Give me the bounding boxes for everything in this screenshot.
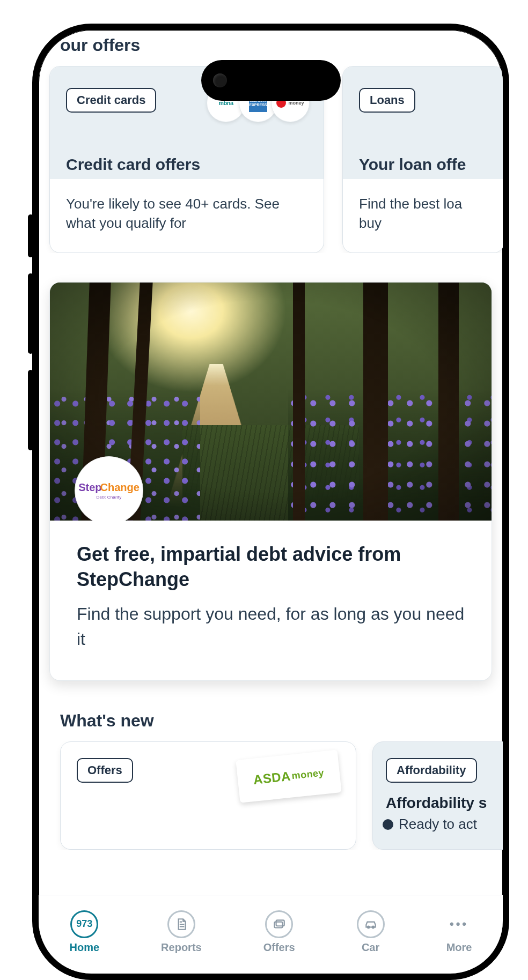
- offer-card-loans[interactable]: Loans Your loan offe Find the best loa b…: [342, 66, 503, 253]
- more-icon: •••: [450, 910, 468, 938]
- section-title-whats-new: What's new: [60, 711, 503, 731]
- tab-home-label: Home: [70, 941, 100, 954]
- hero-image-forest: StepChange Debt Charity: [50, 283, 492, 521]
- hero-title: Get free, impartial debt advice from Ste…: [77, 542, 465, 592]
- asda-text: ASDA: [253, 769, 292, 788]
- tab-reports[interactable]: Reports: [161, 910, 202, 954]
- affordability-title: Affordability s: [386, 795, 503, 812]
- tab-reports-label: Reports: [161, 941, 202, 954]
- tab-offers-label: Offers: [263, 941, 295, 954]
- offer-body-loans: Find the best loa buy: [343, 179, 503, 253]
- tab-car-label: Car: [362, 941, 379, 954]
- offer-title-credit: Credit card offers: [66, 155, 307, 174]
- asda-money-logo-icon: ASDAmoney: [236, 749, 341, 803]
- stepchange-logo-icon: StepChange Debt Charity: [75, 456, 143, 521]
- tab-car[interactable]: Car: [357, 910, 385, 954]
- section-title-offers: our offers: [60, 35, 503, 55]
- whats-new-tag-offers: Offers: [77, 758, 133, 783]
- hero-card-stepchange[interactable]: StepChange Debt Charity Get free, impart…: [49, 282, 492, 681]
- reports-icon: [167, 910, 195, 938]
- stepchange-step: Step: [78, 481, 101, 493]
- tab-more-label: More: [446, 941, 472, 954]
- dynamic-island: [201, 60, 341, 101]
- home-score-value: 973: [76, 918, 92, 930]
- tab-bar: 973 Home Reports Offers: [39, 895, 503, 974]
- home-score-icon: 973: [70, 910, 98, 938]
- tab-offers[interactable]: Offers: [263, 910, 295, 954]
- bullet-icon: [383, 819, 393, 830]
- hero-body: Find the support you need, for as long a…: [77, 602, 465, 651]
- phone-frame: our offers Credit cards mbna AMERICANEXP…: [32, 24, 509, 980]
- offer-body-credit: You're likely to see 40+ cards. See what…: [50, 179, 324, 253]
- affordability-sub-text: Ready to act: [399, 816, 477, 833]
- offers-icon: [265, 910, 293, 938]
- offer-tag-credit: Credit cards: [66, 88, 156, 113]
- camera-icon: [213, 73, 227, 87]
- whats-new-card-offers[interactable]: Offers ASDAmoney: [60, 741, 356, 850]
- tab-home[interactable]: 973 Home: [70, 910, 100, 954]
- stepchange-change: Change: [100, 481, 140, 493]
- offer-tag-loans: Loans: [359, 88, 415, 113]
- tab-more[interactable]: ••• More: [446, 910, 472, 954]
- whats-new-row[interactable]: Offers ASDAmoney Affordability Affordabi…: [39, 741, 503, 850]
- asda-money-text: money: [291, 767, 325, 782]
- stepchange-sub: Debt Charity: [97, 495, 122, 500]
- car-icon: [357, 910, 385, 938]
- whats-new-card-affordability[interactable]: Affordability Affordability s Ready to a…: [372, 741, 503, 850]
- offer-title-loans: Your loan offe: [359, 155, 488, 174]
- whats-new-tag-affordability: Affordability: [386, 758, 477, 783]
- affordability-subtitle: Ready to act: [383, 816, 503, 833]
